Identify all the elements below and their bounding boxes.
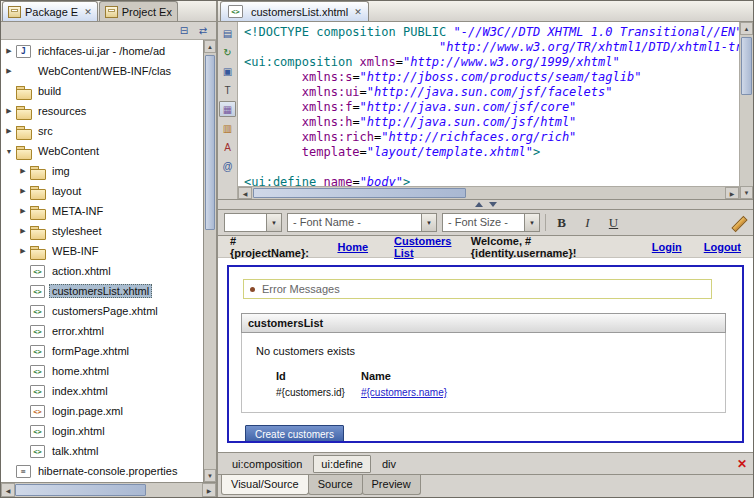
tree-item[interactable]: stylesheet (1, 221, 203, 241)
tree-item-label: build (35, 84, 64, 98)
page-design-options-icon[interactable]: ▣ (219, 63, 236, 79)
anchor-icon[interactable]: @ (219, 158, 236, 174)
font-size-combo[interactable]: - Font Size - (442, 213, 540, 232)
bold-button[interactable]: B (551, 213, 572, 232)
tree-item[interactable]: login.xhtml (1, 421, 203, 441)
scroll-thumb[interactable] (253, 188, 466, 198)
login-link[interactable]: Login (652, 241, 682, 253)
tab-package-explorer[interactable]: Package E ✕ (2, 1, 98, 21)
tree-collapsed-arrow[interactable] (17, 247, 29, 255)
chevron-down-icon[interactable] (421, 214, 436, 231)
tree-collapsed-arrow[interactable] (17, 167, 29, 175)
scroll-down-icon[interactable] (740, 186, 753, 199)
customers-table: Id Name #{customers.id} #{customers.name… (268, 367, 455, 400)
home-link[interactable]: Home (337, 241, 368, 253)
source-horizontal-scrollbar[interactable] (238, 186, 739, 199)
breadcrumb-item-uidefine[interactable]: ui:define (313, 455, 371, 473)
xhtml-icon (30, 345, 45, 358)
tree-item[interactable]: img (1, 161, 203, 181)
close-icon[interactable]: ✕ (737, 457, 747, 471)
tree-item[interactable]: build (1, 81, 203, 101)
font-color-icon[interactable] (730, 214, 747, 231)
scroll-up-icon[interactable] (204, 40, 216, 53)
tree-item[interactable]: META-INF (1, 201, 203, 221)
italic-button[interactable]: I (577, 213, 598, 232)
tree-collapsed-arrow[interactable] (3, 67, 15, 75)
tree-item[interactable]: home.xhtml (1, 361, 203, 381)
tree-item[interactable]: index.xhtml (1, 381, 203, 401)
style-combo[interactable] (224, 213, 282, 232)
tree-item[interactable]: customersList.xhtml (1, 281, 203, 301)
tree-item[interactable]: layout (1, 181, 203, 201)
customers-list-link[interactable]: Customers List (394, 236, 471, 259)
tree-expanded-arrow[interactable] (3, 148, 15, 155)
scroll-thumb[interactable] (205, 55, 215, 230)
palette-icon[interactable]: ▦ (219, 101, 236, 117)
breadcrumb-item-div[interactable]: div (374, 455, 404, 473)
sash-up-arrow-icon[interactable] (475, 202, 483, 207)
underline-button[interactable]: U (603, 213, 624, 232)
sash-down-arrow-icon[interactable] (489, 202, 497, 207)
scroll-track[interactable] (740, 35, 753, 186)
tree-item[interactable]: talk.xhtml (1, 441, 203, 461)
tab-project-explorer[interactable]: Project Ex (99, 1, 178, 21)
tree-collapsed-arrow[interactable] (3, 47, 15, 55)
tree-item[interactable]: src (1, 121, 203, 141)
xhtml-icon (30, 445, 45, 458)
xhtml-icon (30, 365, 45, 378)
tree-collapsed-arrow[interactable] (3, 107, 15, 115)
create-customers-button[interactable]: Create customers (245, 425, 344, 443)
close-icon[interactable]: ✕ (354, 7, 362, 17)
tree-collapsed-arrow[interactable] (17, 187, 29, 195)
customer-name-link[interactable]: #{customers.name} (353, 385, 455, 400)
source-editor: ▤↻▣T▦▥A@ <!DOCTYPE composition PUBLIC "-… (218, 22, 753, 200)
scroll-left-icon[interactable] (1, 483, 15, 497)
tree-item[interactable]: WebContent/WEB-INF/clas (1, 61, 203, 81)
scroll-track[interactable] (15, 483, 202, 497)
tree-item[interactable]: formPage.xhtml (1, 341, 203, 361)
scroll-right-icon[interactable] (725, 187, 739, 199)
tree-item[interactable]: login.page.xml (1, 401, 203, 421)
tab-customerslist-xhtml[interactable]: customersList.xhtml ✕ (220, 1, 369, 21)
collapse-all-icon[interactable]: ⊟ (176, 23, 192, 38)
tree-item[interactable]: error.xhtml (1, 321, 203, 341)
tree-item[interactable]: WEB-INF (1, 241, 203, 261)
tree-collapsed-arrow[interactable] (3, 127, 15, 135)
scroll-up-icon[interactable] (740, 22, 753, 35)
link-with-editor-icon[interactable]: ⇄ (195, 23, 211, 38)
tree-item[interactable]: richfaces-ui.jar - /home/ad (1, 41, 203, 61)
tree-collapsed-arrow[interactable] (17, 207, 29, 215)
scroll-left-icon[interactable] (238, 187, 252, 199)
breadcrumb-item-uicomposition[interactable]: ui:composition (224, 455, 310, 473)
logout-link[interactable]: Logout (704, 241, 741, 253)
tree-item[interactable]: customersPage.xhtml (1, 301, 203, 321)
tree-item[interactable]: action.xhtml (1, 261, 203, 281)
chevron-down-icon[interactable] (266, 214, 281, 231)
scroll-down-icon[interactable] (204, 469, 216, 482)
tree-horizontal-scrollbar[interactable] (1, 482, 216, 497)
tree-collapsed-arrow[interactable] (17, 227, 29, 235)
source-vertical-scrollbar[interactable] (739, 22, 753, 199)
text-formatting-icon[interactable]: T (219, 82, 236, 98)
tree-vertical-scrollbar[interactable] (203, 40, 216, 482)
editor-splitter[interactable] (218, 200, 753, 210)
font-name-combo[interactable]: - Font Name - (287, 213, 437, 232)
tree-item[interactable]: hibernate-console.properties (1, 461, 203, 481)
tree-item[interactable]: WebContent (1, 141, 203, 161)
scroll-thumb[interactable] (15, 484, 146, 496)
tree-item[interactable]: resources (1, 101, 203, 121)
preferences-icon[interactable]: ▤ (219, 25, 236, 41)
scroll-track[interactable] (204, 53, 216, 469)
scroll-right-icon[interactable] (202, 483, 216, 497)
scroll-track[interactable] (252, 187, 725, 199)
source-code[interactable]: <!DOCTYPE composition PUBLIC "-//W3C//DT… (238, 22, 739, 186)
image-icon[interactable]: ▥ (219, 120, 236, 136)
chevron-down-icon[interactable] (524, 214, 539, 231)
close-icon[interactable]: ✕ (84, 7, 92, 17)
font-icon[interactable]: A (219, 139, 236, 155)
tab-preview[interactable]: Preview (362, 475, 421, 495)
refresh-icon[interactable]: ↻ (219, 44, 236, 60)
tab-visual-source[interactable]: Visual/Source (221, 475, 309, 495)
tab-source[interactable]: Source (308, 475, 363, 495)
scroll-thumb[interactable] (741, 37, 752, 95)
